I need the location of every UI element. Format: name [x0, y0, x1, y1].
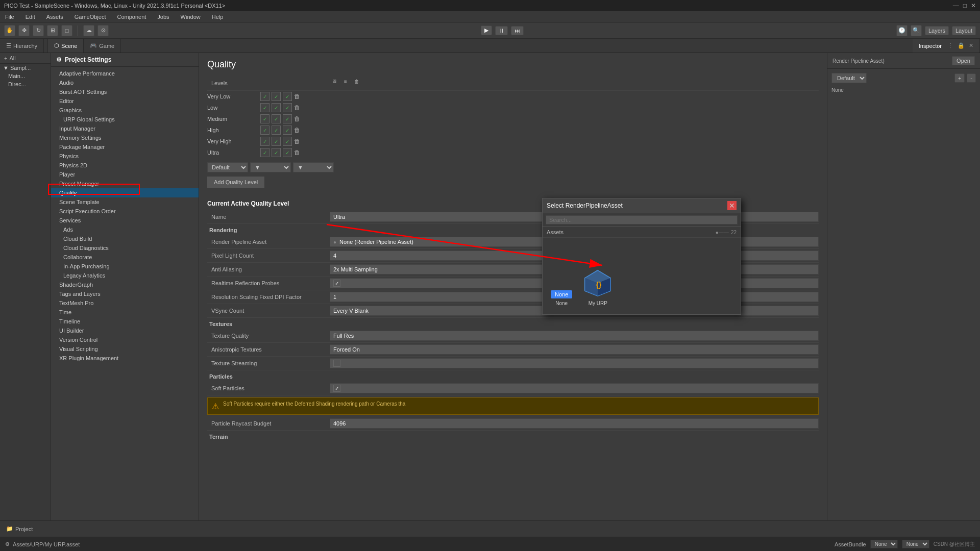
toolbar-move-button[interactable]: ✥ [18, 25, 30, 36]
hierarchy-sample[interactable]: ▼ Sampl... [0, 64, 51, 72]
toolbar-scale-button[interactable]: ⊞ [47, 25, 58, 36]
level-delete-icon[interactable]: 🗑 [294, 138, 300, 145]
ps-item-version-control[interactable]: Version Control [51, 335, 199, 344]
minimize-button[interactable]: — [953, 2, 959, 9]
tab-inspector[interactable]: Inspector ⋮ 🔒 ✕ [913, 39, 980, 53]
search-button[interactable]: 🔍 [911, 25, 922, 36]
level-check-3[interactable] [283, 137, 292, 146]
inspector-lock-icon[interactable]: 🔒 [958, 42, 965, 49]
ps-item-textmesh-pro[interactable]: TextMesh Pro [51, 298, 199, 308]
ps-item-legacy-analytics[interactable]: Legacy Analytics [51, 271, 199, 280]
ps-item-in-app-purchasing[interactable]: In-App Purchasing [51, 262, 199, 271]
hierarchy-add-icon[interactable]: + [4, 55, 7, 61]
ps-item-ads[interactable]: Ads [51, 225, 199, 234]
ps-item-cloud-build[interactable]: Cloud Build [51, 234, 199, 243]
ps-item-package-manager[interactable]: Package Manager [51, 142, 199, 152]
level-delete-icon[interactable]: 🗑 [294, 115, 300, 122]
dialog-close-button[interactable]: ✕ [727, 201, 737, 210]
assetbundle-select[interactable]: None [870, 540, 898, 548]
level-check-2[interactable] [272, 137, 281, 146]
open-button[interactable]: Open [952, 56, 975, 65]
level-check-3[interactable] [283, 103, 292, 112]
inspector-add-button[interactable]: + [954, 73, 965, 83]
ps-item-physics[interactable]: Physics [51, 152, 199, 161]
texture-streaming-checkbox[interactable] [333, 360, 340, 367]
layout-button[interactable]: Layout [952, 26, 976, 35]
toolbar-rect-button[interactable]: □ [61, 25, 72, 36]
level-check-1[interactable] [260, 114, 270, 123]
soft-particles-checkbox[interactable] [333, 385, 340, 392]
menu-window[interactable]: Window [179, 13, 203, 21]
hierarchy-main[interactable]: Main... [0, 72, 51, 80]
realtime-reflection-checkbox[interactable] [333, 280, 340, 287]
menu-edit[interactable]: Edit [23, 13, 37, 21]
tab-hierarchy[interactable]: ☰ Hierarchy [0, 39, 44, 53]
level-check-3[interactable] [283, 114, 292, 123]
menu-jobs[interactable]: Jobs [155, 13, 171, 21]
texture-streaming-value[interactable] [330, 358, 819, 368]
level-delete-icon[interactable]: 🗑 [294, 149, 300, 156]
ps-item-editor[interactable]: Editor [51, 96, 199, 106]
tab-game[interactable]: 🎮 Game [84, 39, 121, 53]
ps-item-timeline[interactable]: Timeline [51, 317, 199, 326]
default-select2[interactable]: ▼ [250, 162, 291, 172]
ps-item-script-execution-order[interactable]: Script Execution Order [51, 207, 199, 216]
ps-item-visual-scripting[interactable]: Visual Scripting [51, 344, 199, 354]
layers-button[interactable]: Layers [925, 26, 949, 35]
ps-item-burst-aot-settings[interactable]: Burst AOT Settings [51, 87, 199, 96]
assetbundle-variant-select[interactable]: None [902, 540, 929, 548]
level-check-3[interactable] [283, 148, 292, 157]
hierarchy-direc[interactable]: Direc... [0, 80, 51, 88]
toolbar-hand-button[interactable]: ✋ [4, 25, 15, 36]
ps-item-cloud-diagnostics[interactable]: Cloud Diagnostics [51, 243, 199, 253]
level-check-2[interactable] [272, 103, 281, 112]
inspector-close-icon[interactable]: ✕ [969, 42, 973, 49]
inspector-remove-button[interactable]: - [967, 73, 976, 83]
level-check-1[interactable] [260, 103, 270, 112]
play-button[interactable]: ▶ [481, 26, 492, 35]
ps-item-physics-2d[interactable]: Physics 2D [51, 161, 199, 170]
level-check-1[interactable] [260, 148, 270, 157]
ps-item-scene-template[interactable]: Scene Template [51, 197, 199, 207]
menu-file[interactable]: File [3, 13, 16, 21]
pause-button[interactable]: ⏸ [495, 26, 508, 35]
level-check-3[interactable] [283, 126, 292, 135]
menu-gameobject[interactable]: GameObject [72, 13, 108, 21]
level-check-1[interactable] [260, 92, 270, 101]
toolbar-cloud-button[interactable]: ☁ [83, 25, 94, 36]
ps-item-time[interactable]: Time [51, 308, 199, 317]
step-button[interactable]: ⏭ [511, 26, 524, 35]
history-button[interactable]: 🕐 [896, 25, 908, 36]
level-check-1[interactable] [260, 126, 270, 135]
dialog-none-item[interactable]: None None [551, 290, 572, 306]
ps-item-urp-global-settings[interactable]: URP Global Settings [51, 115, 199, 124]
ps-item-tags-and-layers[interactable]: Tags and Layers [51, 289, 199, 298]
ps-item-collaborate[interactable]: Collaborate [51, 253, 199, 262]
menu-component[interactable]: Component [115, 13, 148, 21]
level-check-2[interactable] [272, 148, 281, 157]
ps-item-xr-plugin-management[interactable]: XR Plugin Management [51, 354, 199, 363]
ps-item-quality[interactable]: Quality [51, 188, 199, 197]
level-delete-icon[interactable]: 🗑 [294, 93, 300, 100]
ps-item-player[interactable]: Player [51, 170, 199, 179]
level-check-2[interactable] [272, 126, 281, 135]
dialog-search-input[interactable] [546, 215, 738, 224]
menu-help[interactable]: Help [210, 13, 226, 21]
tab-project[interactable]: 📁 Project [0, 521, 39, 537]
ps-item-shadergraph[interactable]: ShaderGraph [51, 280, 199, 289]
ps-item-preset-manager[interactable]: Preset Manager [51, 179, 199, 188]
menu-assets[interactable]: Assets [44, 13, 65, 21]
maximize-button[interactable]: □ [963, 2, 967, 9]
ps-item-input-manager[interactable]: Input Manager [51, 124, 199, 133]
level-check-1[interactable] [260, 137, 270, 146]
toolbar-account-button[interactable]: ⊙ [97, 25, 109, 36]
ps-item-ui-builder[interactable]: UI Builder [51, 326, 199, 335]
ps-item-graphics[interactable]: Graphics [51, 106, 199, 115]
level-check-3[interactable] [283, 92, 292, 101]
close-button[interactable]: ✕ [971, 2, 976, 9]
default-select[interactable]: Default [207, 162, 248, 172]
ps-item-adaptive-performance[interactable]: Adaptive Performance [51, 69, 199, 78]
inspector-default-select[interactable]: Default [831, 73, 867, 83]
default-select3[interactable]: ▼ [293, 162, 334, 172]
tab-scene[interactable]: ⬡ Scene [48, 39, 84, 53]
